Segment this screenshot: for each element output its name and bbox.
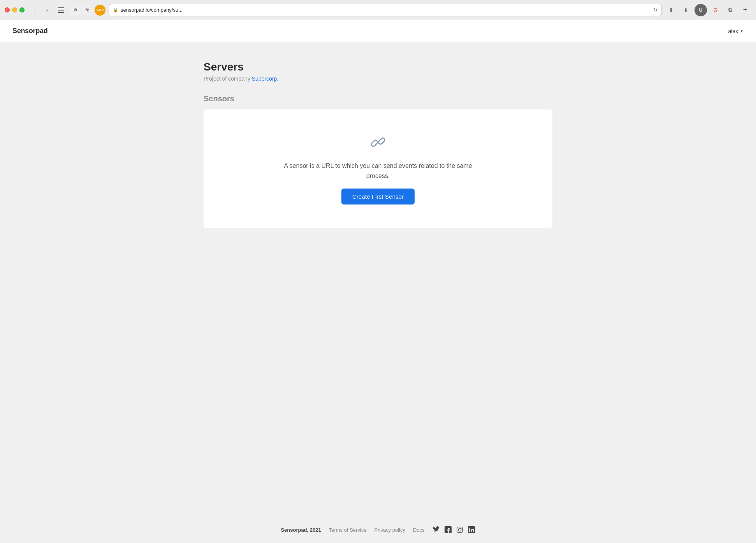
share-icon[interactable]: ⬆ [680, 4, 692, 16]
empty-state-card: A sensor is a URL to which you can send … [204, 109, 552, 228]
twitter-icon[interactable] [433, 526, 440, 534]
app-logo: Sensorpad [12, 27, 47, 35]
sensors-section-title: Sensors [204, 94, 552, 103]
linkedin-icon[interactable] [468, 526, 475, 534]
svg-point-5 [461, 528, 461, 528]
subtitle-prefix: Project of company [204, 76, 252, 82]
top-nav: Sensorpad alex ▼ [0, 20, 756, 42]
maximize-button[interactable] [19, 7, 25, 12]
app-wrapper: Sensorpad alex ▼ Servers Project of comp… [0, 20, 756, 543]
main-content: Servers Project of company Supercorp. Se… [191, 42, 565, 517]
svg-point-4 [458, 528, 461, 531]
footer: Sensorpad, 2021 Terms of Service Privacy… [0, 517, 756, 543]
project-subtitle: Project of company Supercorp. [204, 76, 552, 82]
download-icon[interactable]: ⬇ [665, 4, 677, 16]
back-button[interactable]: ‹ [30, 5, 41, 16]
lock-icon: 🔒 [113, 7, 118, 12]
empty-state-description: A sensor is a URL to which you can send … [277, 161, 479, 181]
chevron-down-icon: ▼ [740, 29, 744, 33]
company-link[interactable]: Supercorp. [252, 76, 278, 82]
extension-1-icon[interactable]: ⊙ [70, 5, 81, 16]
svg-rect-1 [58, 10, 64, 11]
social-links [433, 526, 475, 534]
create-first-sensor-button[interactable]: Create First Sensor [341, 189, 415, 205]
address-bar[interactable]: 🔒 sensorpad.io/company/su... ↻ [109, 4, 662, 16]
traffic-lights [5, 7, 25, 12]
user-menu[interactable]: alex ▼ [728, 28, 744, 34]
nav-buttons: ‹ › [30, 5, 53, 16]
terms-of-service-link[interactable]: Terms of Service [329, 527, 367, 533]
new-tab-icon[interactable]: + [739, 4, 751, 16]
facebook-icon[interactable] [444, 526, 452, 534]
browser-chrome: ‹ › ⊙ 👻 ABP 🔒 sensorpad.io/company/su...… [0, 0, 756, 20]
user-account-icon[interactable]: U [694, 4, 707, 16]
user-name: alex [728, 28, 738, 34]
forward-button[interactable]: › [42, 5, 53, 16]
adblock-icon[interactable]: ABP [95, 5, 105, 16]
chain-link-icon [369, 133, 387, 153]
svg-rect-0 [58, 7, 64, 8]
privacy-policy-link[interactable]: Privacy policy [374, 527, 405, 533]
page-title: Servers [204, 61, 552, 73]
sidebar-toggle-button[interactable] [56, 5, 67, 16]
browser-right-icons: ⬇ ⬆ U G ⧉ + [665, 4, 751, 16]
minimize-button[interactable] [12, 7, 17, 12]
url-text: sensorpad.io/company/su... [121, 7, 651, 13]
extension-2-icon[interactable]: 👻 [82, 5, 93, 16]
grammarly-icon[interactable]: G [709, 4, 722, 16]
svg-rect-3 [457, 527, 462, 532]
windows-icon[interactable]: ⧉ [724, 4, 737, 16]
svg-rect-2 [58, 12, 64, 13]
reload-button[interactable]: ↻ [653, 7, 658, 13]
close-button[interactable] [5, 7, 10, 12]
browser-extensions: ⊙ 👻 ABP [70, 5, 105, 16]
instagram-icon[interactable] [456, 526, 464, 534]
docs-link[interactable]: Docs [413, 527, 425, 533]
footer-brand: Sensorpad, 2021 [281, 527, 321, 533]
